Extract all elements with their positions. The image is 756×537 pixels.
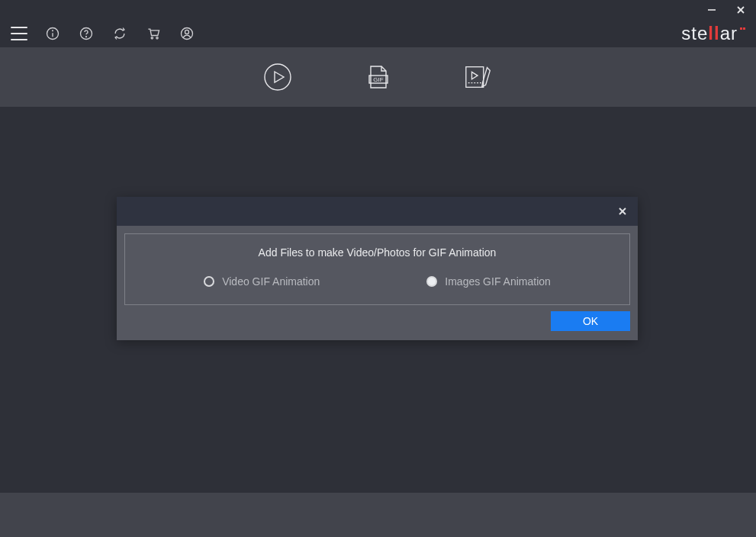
close-button[interactable] xyxy=(733,2,748,18)
menu-icon[interactable] xyxy=(11,27,27,40)
ok-button[interactable]: OK xyxy=(551,311,630,331)
dialog-titlebar xyxy=(117,197,638,226)
brand-part1: ste xyxy=(681,23,708,43)
info-icon[interactable] xyxy=(44,25,61,42)
radio-video-gif[interactable]: Video GIF Animation xyxy=(204,275,320,288)
gif-options-dialog: Add Files to make Video/Photos for GIF A… xyxy=(117,197,638,340)
play-mode-icon[interactable] xyxy=(262,61,294,93)
dialog-title: Add Files to make Video/Photos for GIF A… xyxy=(133,246,622,259)
dialog-close-button[interactable] xyxy=(615,204,630,219)
mode-toolbar: GIF xyxy=(0,47,756,107)
main-area: Add Files to make Video/Photos for GIF A… xyxy=(0,107,756,493)
brand-dots-icon xyxy=(739,19,745,33)
option-box: Add Files to make Video/Photos for GIF A… xyxy=(124,233,630,305)
header-toolbar: stellar xyxy=(0,20,756,47)
brand-accent: ll xyxy=(708,23,719,43)
brand-logo: stellar xyxy=(681,23,745,44)
gif-label: GIF xyxy=(373,76,383,83)
svg-marker-13 xyxy=(275,72,284,82)
gif-mode-icon[interactable]: GIF xyxy=(362,61,394,93)
radio-video-label: Video GIF Animation xyxy=(222,275,320,288)
svg-point-11 xyxy=(185,30,189,34)
svg-point-12 xyxy=(265,64,291,90)
minimize-button[interactable] xyxy=(704,2,719,18)
user-icon[interactable] xyxy=(179,25,195,42)
svg-point-9 xyxy=(156,37,158,39)
help-icon[interactable] xyxy=(78,25,95,42)
brand-part2: ar xyxy=(720,23,738,43)
footer-bar xyxy=(0,493,756,537)
radio-images-gif[interactable]: Images GIF Animation xyxy=(426,275,551,288)
radio-icon xyxy=(426,276,437,287)
svg-marker-16 xyxy=(471,72,478,79)
window-titlebar xyxy=(0,0,756,20)
cart-icon[interactable] xyxy=(145,25,162,42)
radio-images-label: Images GIF Animation xyxy=(445,275,551,288)
edit-mode-icon[interactable] xyxy=(463,61,495,93)
refresh-icon[interactable] xyxy=(111,25,128,42)
radio-icon xyxy=(204,276,214,287)
svg-point-8 xyxy=(151,37,153,39)
svg-point-7 xyxy=(86,37,87,37)
svg-point-5 xyxy=(53,31,53,31)
